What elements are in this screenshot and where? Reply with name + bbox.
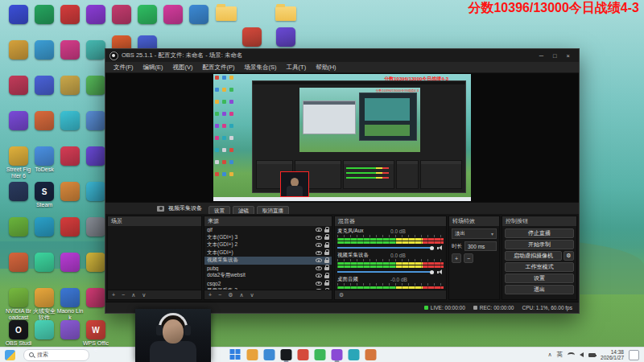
taskbar-app-icon[interactable] xyxy=(332,349,343,360)
eye-icon[interactable] xyxy=(316,258,322,262)
desktop-icon[interactable] xyxy=(5,40,32,60)
desktop-icon[interactable] xyxy=(134,5,161,24)
taskbar-app-icon[interactable] xyxy=(247,349,258,360)
taskbar-app-icon[interactable] xyxy=(349,349,360,360)
desktop-icon[interactable] xyxy=(56,5,84,24)
add-icon[interactable]: + xyxy=(208,292,212,298)
control-button[interactable]: 启动虚拟摄像机 xyxy=(505,251,562,261)
source-row[interactable]: dota2专用websit xyxy=(204,272,332,280)
menu-item[interactable]: 场景集合(S) xyxy=(240,64,282,72)
remove-icon[interactable]: − xyxy=(218,292,221,298)
lock-icon[interactable] xyxy=(324,252,329,255)
lock-icon[interactable] xyxy=(324,237,329,240)
desktop-icon[interactable] xyxy=(56,40,84,60)
eye-icon[interactable] xyxy=(316,266,322,270)
lock-icon[interactable] xyxy=(324,267,329,270)
desktop-icon[interactable]: Street Fighter 6 xyxy=(5,146,32,179)
speaker-icon[interactable] xyxy=(437,269,444,275)
start-button[interactable] xyxy=(229,349,242,361)
tray-overflow-icon[interactable]: ∧ xyxy=(547,352,551,358)
desktop-icon[interactable] xyxy=(31,253,58,272)
eye-icon[interactable] xyxy=(316,251,322,255)
source-row[interactable]: 视频采集设备 xyxy=(204,257,332,265)
volume-slider[interactable] xyxy=(337,271,434,273)
menu-item[interactable]: 帮助(H) xyxy=(311,64,341,72)
desktop-icon[interactable] xyxy=(108,5,135,24)
desktop-icon[interactable] xyxy=(56,320,84,339)
desktop-icon[interactable] xyxy=(5,217,32,237)
virtual-camera-settings-icon[interactable]: ⚙ xyxy=(564,251,574,261)
close-button[interactable]: × xyxy=(562,52,575,60)
desktop-icon[interactable] xyxy=(56,111,84,130)
desktop-icon[interactable] xyxy=(31,76,58,95)
taskbar-app-icon[interactable] xyxy=(281,349,292,360)
desktop-icon[interactable] xyxy=(82,5,109,24)
gear-icon[interactable]: ⚙ xyxy=(339,292,344,298)
taskbar-app-icon[interactable] xyxy=(298,349,309,360)
eye-icon[interactable] xyxy=(316,274,322,278)
desktop-icon[interactable] xyxy=(5,111,32,130)
notification-center-icon[interactable] xyxy=(629,350,639,360)
desktop-icon[interactable] xyxy=(5,76,32,95)
remove-transition-icon[interactable]: − xyxy=(464,253,473,263)
battery-icon[interactable] xyxy=(588,353,596,357)
obs-preview[interactable]: 分数10396/13000今日战绩4-3 分数10396/13000今日战绩4-… xyxy=(105,73,579,202)
menu-item[interactable]: 文件(F) xyxy=(109,64,138,72)
control-button[interactable]: 停止直播 xyxy=(505,228,574,238)
lock-icon[interactable] xyxy=(324,245,329,248)
control-button[interactable]: 退出 xyxy=(505,285,574,294)
search-box[interactable]: 搜索 xyxy=(23,349,89,361)
add-transition-icon[interactable]: + xyxy=(452,253,461,263)
clock[interactable]: 14:38 2026/1/27 xyxy=(601,349,624,361)
source-row[interactable]: 文本(GDI+) 3 xyxy=(204,234,332,242)
desktop-icon[interactable]: 火绒安全软件 xyxy=(31,288,58,321)
desktop-icon[interactable] xyxy=(272,27,299,47)
ime-indicator[interactable]: 英 xyxy=(557,351,564,359)
desktop-icon[interactable] xyxy=(31,40,58,60)
desktop-icon[interactable] xyxy=(31,5,58,24)
control-button[interactable]: 开始录制 xyxy=(505,240,574,249)
desktop-icon[interactable] xyxy=(31,217,58,237)
eye-icon[interactable] xyxy=(316,236,322,240)
desktop-icon[interactable] xyxy=(56,217,84,237)
taskbar-app-icon[interactable] xyxy=(264,349,275,360)
desktop-icon[interactable] xyxy=(56,182,84,201)
desktop-folder-icon[interactable] xyxy=(213,3,240,23)
control-button[interactable]: 工作室模式 xyxy=(505,262,574,272)
gear-icon[interactable]: ⚙ xyxy=(228,292,233,298)
scenes-list[interactable] xyxy=(108,226,201,290)
maximize-button[interactable]: □ xyxy=(548,52,562,60)
source-row[interactable]: pubg xyxy=(204,265,332,273)
move-up-icon[interactable]: ∧ xyxy=(131,292,135,298)
control-button[interactable]: 设置 xyxy=(505,274,574,283)
speaker-icon[interactable] xyxy=(437,245,444,251)
eye-icon[interactable] xyxy=(316,282,322,286)
eye-icon[interactable] xyxy=(316,289,322,290)
move-down-icon[interactable]: ∨ xyxy=(250,292,254,298)
lock-icon[interactable] xyxy=(324,229,329,232)
menu-item[interactable]: 工具(T) xyxy=(282,64,312,72)
source-row[interactable]: gif xyxy=(204,226,332,234)
desktop-icon[interactable] xyxy=(31,111,58,130)
desktop-icon[interactable] xyxy=(56,253,84,272)
obs-titlebar[interactable]: OBS 25.1.1 - 配置文件: 未命名 - 场景: 未命名 ─□× xyxy=(105,49,579,62)
desktop-icon[interactable] xyxy=(5,5,32,24)
source-row[interactable]: 显示器采集 2 xyxy=(204,287,332,290)
lock-icon[interactable] xyxy=(324,275,329,278)
desktop-icon[interactable] xyxy=(56,146,84,166)
desktop-icon[interactable] xyxy=(159,5,187,24)
desktop-icon[interactable] xyxy=(31,320,58,339)
source-row[interactable]: 文本(GDI+) xyxy=(204,249,332,257)
menu-item[interactable]: 视图(V) xyxy=(168,64,198,72)
duration-spinbox[interactable]: 300 ms xyxy=(464,241,497,251)
transition-select[interactable]: 淡出 ▾ xyxy=(452,228,497,239)
volume-icon[interactable] xyxy=(580,352,584,357)
desktop-icon[interactable] xyxy=(185,5,213,24)
menu-item[interactable]: 编辑(E) xyxy=(138,64,168,72)
move-down-icon[interactable]: ∨ xyxy=(142,292,146,298)
lock-icon[interactable] xyxy=(324,260,329,263)
add-icon[interactable]: + xyxy=(112,292,115,298)
eye-icon[interactable] xyxy=(316,243,322,247)
desktop-icon[interactable]: NVIDIA Broadcast xyxy=(5,288,32,321)
lock-icon[interactable] xyxy=(324,282,329,286)
